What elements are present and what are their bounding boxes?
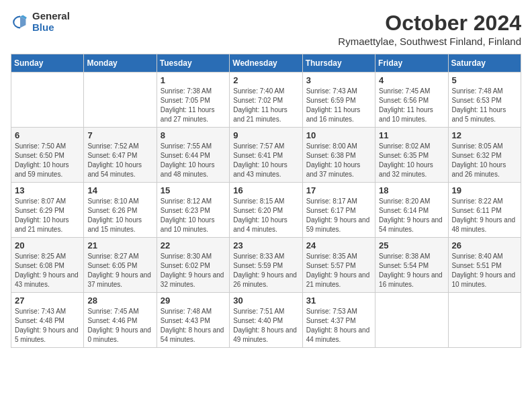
month-title: October 2024 [338,11,521,36]
week-row-3: 13Sunrise: 8:07 AMSunset: 6:29 PMDayligh… [11,183,521,238]
day-cell: 15Sunrise: 8:12 AMSunset: 6:23 PMDayligh… [157,183,229,238]
day-number: 8 [161,130,226,140]
day-cell [11,73,84,128]
day-info: Sunrise: 8:35 AMSunset: 5:57 PMDaylight:… [306,252,371,289]
day-cell: 17Sunrise: 8:17 AMSunset: 6:17 PMDayligh… [302,183,375,238]
day-cell: 10Sunrise: 8:00 AMSunset: 6:38 PMDayligh… [302,128,375,183]
day-cell: 25Sunrise: 8:38 AMSunset: 5:54 PMDayligh… [375,238,448,293]
day-info: Sunrise: 8:22 AMSunset: 6:11 PMDaylight:… [452,197,517,234]
day-info: Sunrise: 8:12 AMSunset: 6:23 PMDaylight:… [161,197,226,234]
day-info: Sunrise: 7:57 AMSunset: 6:41 PMDaylight:… [233,142,298,179]
day-number: 20 [15,240,80,250]
day-info: Sunrise: 7:43 AMSunset: 4:48 PMDaylight:… [15,307,80,345]
week-row-5: 27Sunrise: 7:43 AMSunset: 4:48 PMDayligh… [11,293,521,348]
day-number: 18 [379,185,444,195]
day-cell: 12Sunrise: 8:05 AMSunset: 6:32 PMDayligh… [448,128,521,183]
day-cell: 16Sunrise: 8:15 AMSunset: 6:20 PMDayligh… [230,183,302,238]
day-info: Sunrise: 8:30 AMSunset: 6:02 PMDaylight:… [161,252,226,289]
logo-icon [11,13,30,32]
day-number: 14 [87,185,152,195]
day-number: 11 [379,130,444,140]
day-number: 6 [15,130,80,140]
day-info: Sunrise: 7:45 AMSunset: 4:46 PMDaylight:… [87,307,152,345]
day-cell: 9Sunrise: 7:57 AMSunset: 6:41 PMDaylight… [230,128,302,183]
day-cell: 19Sunrise: 8:22 AMSunset: 6:11 PMDayligh… [448,183,521,238]
location-subtitle: Rymaettylae, Southwest Finland, Finland [338,36,521,47]
day-number: 16 [233,185,298,195]
day-number: 29 [161,295,226,306]
day-number: 21 [87,240,152,250]
day-header-sunday: Sunday [11,54,84,73]
day-number: 26 [452,240,517,250]
day-number: 19 [452,185,517,195]
day-info: Sunrise: 8:20 AMSunset: 6:14 PMDaylight:… [379,197,444,234]
page-header: General Blue October 2024 Rymaettylae, S… [11,11,521,47]
week-row-2: 6Sunrise: 7:50 AMSunset: 6:50 PMDaylight… [11,128,521,183]
day-info: Sunrise: 7:53 AMSunset: 4:37 PMDaylight:… [306,307,371,345]
day-info: Sunrise: 7:40 AMSunset: 7:02 PMDaylight:… [233,87,298,124]
day-number: 22 [161,240,226,250]
day-info: Sunrise: 7:48 AMSunset: 6:53 PMDaylight:… [452,87,517,124]
day-cell: 29Sunrise: 7:48 AMSunset: 4:43 PMDayligh… [157,293,229,348]
day-cell: 28Sunrise: 7:45 AMSunset: 4:46 PMDayligh… [84,293,157,348]
day-cell: 23Sunrise: 8:33 AMSunset: 5:59 PMDayligh… [230,238,302,293]
day-cell: 4Sunrise: 7:45 AMSunset: 6:56 PMDaylight… [375,73,448,128]
day-cell [84,73,157,128]
day-cell [448,293,521,348]
day-header-thursday: Thursday [302,54,375,73]
week-row-1: 1Sunrise: 7:38 AMSunset: 7:05 PMDaylight… [11,73,521,128]
logo-text: General Blue [32,11,70,33]
day-header-wednesday: Wednesday [230,54,302,73]
day-info: Sunrise: 8:27 AMSunset: 6:05 PMDaylight:… [87,252,152,289]
week-row-4: 20Sunrise: 8:25 AMSunset: 6:08 PMDayligh… [11,238,521,293]
day-cell: 13Sunrise: 8:07 AMSunset: 6:29 PMDayligh… [11,183,84,238]
day-cell: 6Sunrise: 7:50 AMSunset: 6:50 PMDaylight… [11,128,84,183]
day-number: 1 [161,75,226,85]
day-info: Sunrise: 8:05 AMSunset: 6:32 PMDaylight:… [452,142,517,179]
day-info: Sunrise: 7:55 AMSunset: 6:44 PMDaylight:… [161,142,226,179]
day-cell: 7Sunrise: 7:52 AMSunset: 6:47 PMDaylight… [84,128,157,183]
day-number: 5 [452,75,517,85]
day-cell: 14Sunrise: 8:10 AMSunset: 6:26 PMDayligh… [84,183,157,238]
logo: General Blue [11,11,70,33]
day-info: Sunrise: 7:51 AMSunset: 4:40 PMDaylight:… [233,307,298,345]
day-cell: 5Sunrise: 7:48 AMSunset: 6:53 PMDaylight… [448,73,521,128]
day-number: 27 [15,295,80,306]
day-number: 2 [233,75,298,85]
day-number: 15 [161,185,226,195]
day-info: Sunrise: 8:15 AMSunset: 6:20 PMDaylight:… [233,197,298,234]
day-info: Sunrise: 7:52 AMSunset: 6:47 PMDaylight:… [87,142,152,179]
day-info: Sunrise: 7:50 AMSunset: 6:50 PMDaylight:… [15,142,80,179]
header-row: SundayMondayTuesdayWednesdayThursdayFrid… [11,54,521,73]
day-number: 10 [306,130,371,140]
day-info: Sunrise: 8:33 AMSunset: 5:59 PMDaylight:… [233,252,298,289]
day-header-friday: Friday [375,54,448,73]
logo-blue: Blue [32,22,70,34]
day-cell: 26Sunrise: 8:40 AMSunset: 5:51 PMDayligh… [448,238,521,293]
day-cell: 11Sunrise: 8:02 AMSunset: 6:35 PMDayligh… [375,128,448,183]
day-number: 12 [452,130,517,140]
day-cell: 2Sunrise: 7:40 AMSunset: 7:02 PMDaylight… [230,73,302,128]
day-cell: 20Sunrise: 8:25 AMSunset: 6:08 PMDayligh… [11,238,84,293]
day-number: 31 [306,295,371,306]
calendar-table: SundayMondayTuesdayWednesdayThursdayFrid… [11,54,521,348]
day-number: 9 [233,130,298,140]
day-cell: 27Sunrise: 7:43 AMSunset: 4:48 PMDayligh… [11,293,84,348]
day-number: 25 [379,240,444,250]
day-number: 24 [306,240,371,250]
day-cell: 18Sunrise: 8:20 AMSunset: 6:14 PMDayligh… [375,183,448,238]
day-info: Sunrise: 7:43 AMSunset: 6:59 PMDaylight:… [306,87,371,124]
day-info: Sunrise: 7:45 AMSunset: 6:56 PMDaylight:… [379,87,444,124]
day-info: Sunrise: 8:17 AMSunset: 6:17 PMDaylight:… [306,197,371,234]
day-info: Sunrise: 8:07 AMSunset: 6:29 PMDaylight:… [15,197,80,234]
day-cell: 24Sunrise: 8:35 AMSunset: 5:57 PMDayligh… [302,238,375,293]
day-header-tuesday: Tuesday [157,54,229,73]
day-number: 23 [233,240,298,250]
day-header-monday: Monday [84,54,157,73]
day-cell: 1Sunrise: 7:38 AMSunset: 7:05 PMDaylight… [157,73,229,128]
day-info: Sunrise: 8:25 AMSunset: 6:08 PMDaylight:… [15,252,80,289]
day-number: 7 [87,130,152,140]
day-number: 28 [87,295,152,306]
day-cell: 8Sunrise: 7:55 AMSunset: 6:44 PMDaylight… [157,128,229,183]
day-header-saturday: Saturday [448,54,521,73]
